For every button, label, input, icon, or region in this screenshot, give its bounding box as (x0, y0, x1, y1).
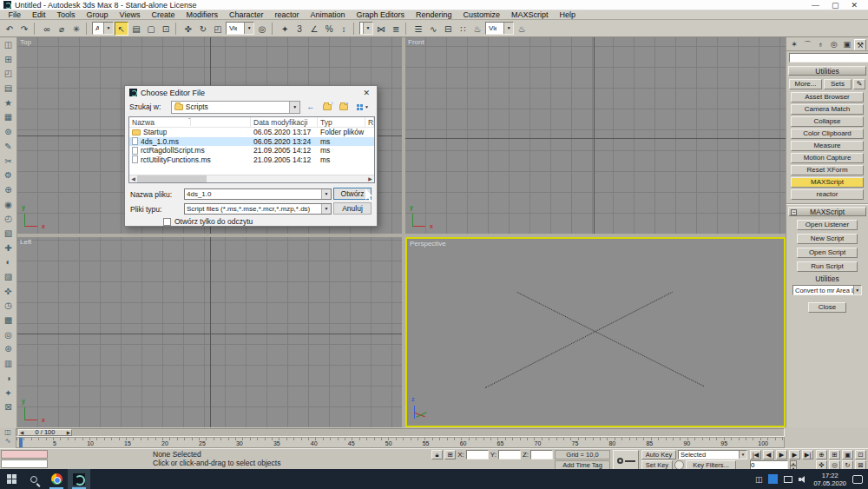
left-tool-icon-5[interactable]: ★ (2, 96, 16, 111)
auto-key-button[interactable]: Auto Key (641, 450, 676, 459)
layer-manager-icon[interactable]: ☰▼ (411, 22, 425, 36)
left-tool-icon-26[interactable]: ⊠ (2, 400, 16, 415)
tab-modify[interactable]: ⌒ (801, 39, 813, 50)
separator[interactable]: ▼ (405, 23, 409, 35)
spinner-snap-icon[interactable]: ↕▼ (337, 22, 351, 36)
left-tool-icon-2[interactable]: ⊞ (2, 53, 16, 68)
column-name[interactable]: Nazwaˆ (129, 117, 251, 127)
time-slider-handle[interactable]: ◀ 0 / 100 ▶ (18, 429, 72, 436)
select-and-scale-icon[interactable]: ◰▼ (211, 22, 225, 36)
left-tool-icon-6[interactable]: ▦ (2, 110, 16, 125)
zoom-extents-icon[interactable]: ▣ (842, 450, 853, 459)
zoom-icon[interactable]: ⊕ (816, 450, 827, 459)
maximize-icon[interactable]: ▢ (832, 0, 839, 10)
viewport-front-label[interactable]: Front (408, 38, 424, 46)
maxscript-button[interactable]: Open Script (797, 248, 858, 258)
x-coordinate-field[interactable] (466, 450, 489, 459)
left-tool-icon-20[interactable]: ▩ (2, 314, 16, 328)
maxscript-rollout-header[interactable]: − MAXScript (788, 207, 866, 216)
view-menu-button[interactable]: ▼ (353, 101, 372, 113)
taskbar-chrome-button[interactable] (45, 469, 68, 489)
file-type-combo[interactable]: Script files (*.ms,*.mse,*.mcr,*.mzp,*.d… (184, 203, 332, 215)
maxscript-button[interactable]: Run Script (797, 261, 858, 272)
track-bar-ruler[interactable]: 0510152025303540455055606570758085909510… (16, 437, 785, 448)
utility-button[interactable]: Motion Capture (791, 153, 864, 163)
maxscript-utility-dropdown[interactable]: Convert to mr Area Li ▼ (792, 285, 862, 295)
menu-item[interactable]: Views (114, 10, 146, 20)
named-selection-sets-dropdown[interactable]: ▼ (359, 22, 373, 35)
left-tool-icon-21[interactable]: ◎ (2, 328, 16, 343)
file-row[interactable]: rctUtilityFunctions.ms 21.09.2005 14:12 … (129, 155, 374, 165)
look-in-dropdown[interactable]: Scripts ▼ (171, 101, 300, 114)
more-button[interactable]: More... (789, 79, 822, 89)
menu-item[interactable]: MAXScript (506, 10, 555, 20)
current-frame-marker[interactable] (19, 438, 23, 447)
menu-item[interactable]: Tools (51, 10, 81, 20)
left-tool-icon-11[interactable]: ⊕ (2, 183, 16, 198)
material-editor-icon[interactable]: ∷▼ (456, 22, 470, 36)
utility-button[interactable]: MAXScript (791, 177, 864, 188)
network-icon[interactable] (784, 476, 792, 483)
viewport-perspective[interactable]: Perspective z (405, 237, 786, 427)
menu-item[interactable]: File (3, 10, 27, 20)
tab-display[interactable]: ▣ (841, 39, 853, 50)
snaps-toggle-icon[interactable]: 3▼ (293, 22, 306, 36)
mirror-icon[interactable]: ⋈▼ (374, 22, 388, 36)
play-button[interactable]: ▶ (776, 450, 787, 459)
left-tool-icon-17[interactable]: ▨ (2, 270, 16, 285)
viewport-left-label[interactable]: Left (20, 238, 31, 246)
tab-utilities[interactable]: ⚒ (854, 39, 866, 50)
select-and-link-icon[interactable]: ∞▼ (40, 22, 54, 36)
utilities-config-icon[interactable]: ✎ (853, 79, 865, 89)
left-tool-icon-19[interactable]: ◷ (2, 299, 16, 314)
percent-snap-icon[interactable]: %▼ (322, 22, 336, 36)
previous-frame-arrow-icon[interactable]: ◀ (20, 430, 23, 435)
minimize-icon[interactable]: — (812, 0, 819, 10)
utility-button[interactable]: Asset Browser (791, 92, 864, 102)
maxscript-button[interactable]: Open Listener (797, 220, 858, 230)
file-row[interactable]: 4ds_1.0.ms 06.05.2020 13:24 ms (129, 137, 374, 147)
utility-button[interactable]: reactor (791, 189, 864, 200)
z-coordinate-field[interactable] (530, 450, 553, 459)
close-icon[interactable]: ✕ (851, 0, 858, 10)
dialog-close-icon[interactable]: ✕ (360, 89, 372, 97)
file-row[interactable]: rctRagdollScript.ms 21.09.2005 14:12 ms (129, 146, 374, 155)
left-tool-icon-7[interactable]: ⊚ (2, 125, 16, 140)
select-by-name-icon[interactable]: ▤▼ (129, 22, 143, 36)
separator[interactable]: ▼ (86, 23, 89, 35)
mini-listener-script-line[interactable] (1, 459, 48, 468)
left-tool-icon-16[interactable]: ◐ (2, 255, 16, 270)
menu-item[interactable]: Rendering (411, 10, 458, 20)
left-tool-icon-12[interactable]: ◉ (2, 198, 16, 213)
column-size[interactable]: Ro (365, 117, 374, 127)
left-tool-icon-25[interactable]: ✦ (2, 387, 16, 401)
separator[interactable]: ▼ (353, 23, 357, 35)
schematic-view-icon[interactable]: ⊟▼ (441, 22, 455, 36)
previous-frame-button[interactable]: ◀ (763, 450, 774, 459)
separator[interactable]: ▼ (34, 23, 37, 35)
file-row[interactable]: Startup 06.05.2020 13:17 Folder plików (129, 128, 374, 137)
menu-item[interactable]: Animation (305, 10, 351, 20)
render-type-dropdown[interactable]: View▼ (485, 22, 514, 35)
select-and-rotate-icon[interactable]: ↻▼ (196, 22, 210, 36)
dialog-title-bar[interactable]: Choose Editor File ✕ (125, 86, 377, 99)
select-and-manipulate-icon[interactable]: ✦▼ (278, 22, 292, 36)
tray-app-icon[interactable] (768, 474, 778, 484)
time-slider-track[interactable]: ◀ 0 / 100 ▶ (16, 428, 785, 437)
menu-item[interactable]: Modifiers (181, 10, 224, 20)
close-button[interactable]: Close (808, 302, 846, 313)
next-frame-arrow-icon[interactable]: ▶ (67, 430, 70, 435)
sets-button[interactable]: Sets (824, 79, 852, 89)
menu-item[interactable]: Create (146, 10, 181, 20)
utility-button[interactable]: Measure (791, 141, 864, 151)
new-folder-button[interactable]: ＊ (337, 101, 350, 113)
volume-icon[interactable] (799, 475, 807, 484)
utility-button[interactable]: Color Clipboard (791, 129, 864, 139)
scroll-left-icon[interactable]: ◀ (129, 175, 137, 182)
reference-coordinate-dropdown[interactable]: View▼ (226, 22, 254, 35)
absolute-mode-icon[interactable]: ⊞ (444, 450, 456, 459)
mini-curve-editor-icon[interactable]: ∿ (0, 437, 16, 446)
viewport-front[interactable]: Front xy (405, 37, 786, 234)
selection-filter-dropdown[interactable]: All▼ (92, 22, 114, 35)
tray-window-icon[interactable]: ◫ (755, 475, 763, 484)
